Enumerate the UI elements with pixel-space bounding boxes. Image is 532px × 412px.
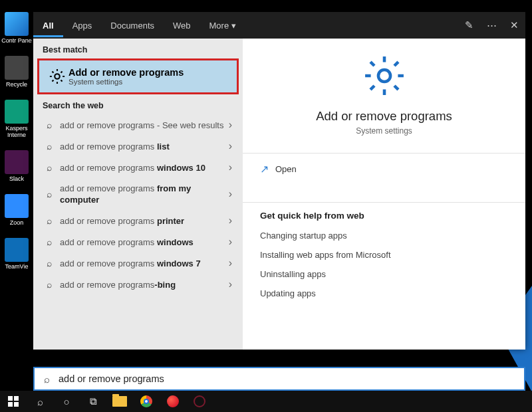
desktop-icon-label: Zoon bbox=[1, 219, 32, 226]
web-result-text: add or remove programs windows bbox=[56, 237, 229, 248]
chrome-icon[interactable] bbox=[133, 391, 160, 412]
results-list: Best match Add or remove programs System… bbox=[33, 39, 243, 350]
tab-apps[interactable]: Apps bbox=[63, 14, 102, 37]
desktop-icon-label: Slack bbox=[1, 175, 32, 182]
svg-point-0 bbox=[55, 74, 59, 78]
opera-icon[interactable] bbox=[160, 391, 186, 412]
taskbar-search-icon[interactable]: ⌕ bbox=[27, 391, 53, 412]
search-icon: ⌕ bbox=[43, 162, 56, 173]
web-result-text: add or remove programs - See web results bbox=[56, 120, 229, 131]
web-result-text: add or remove programs printer bbox=[56, 215, 229, 227]
search-icon: ⌕ bbox=[43, 189, 56, 199]
desktop-icon-teamviewer[interactable]: TeamVie bbox=[1, 238, 32, 270]
chevron-right-icon: › bbox=[229, 236, 239, 248]
web-result-text: add or remove programs from my computer bbox=[56, 183, 229, 205]
desktop-icon-kaspersky[interactable]: Kaspers Interne bbox=[1, 100, 32, 138]
preview-subtitle: System settings bbox=[260, 126, 508, 136]
web-result-item[interactable]: ⌕add or remove programs from my computer… bbox=[33, 178, 243, 210]
chevron-right-icon: › bbox=[229, 215, 239, 227]
result-preview-panel: Add or remove programs System settings ↗… bbox=[243, 39, 525, 350]
chevron-right-icon: › bbox=[229, 257, 239, 269]
opera-gx-icon[interactable] bbox=[186, 391, 213, 412]
search-icon: ⌕ bbox=[43, 141, 56, 152]
desktop-icon-label: Contr Pane bbox=[1, 37, 32, 44]
web-result-text: add or remove programs windows 10 bbox=[56, 162, 229, 173]
desktop-icon-recycle-bin[interactable]: Recycle bbox=[1, 56, 32, 88]
svg-rect-2 bbox=[8, 396, 13, 401]
search-icon: ⌕ bbox=[43, 215, 56, 226]
chevron-right-icon: › bbox=[229, 119, 239, 131]
desktop: Contr Pane Recycle Kaspers Interne Slack… bbox=[0, 0, 33, 392]
web-result-item[interactable]: ⌕add or remove programs list› bbox=[33, 136, 243, 157]
web-result-text: add or remove programs list bbox=[56, 141, 229, 152]
web-result-item[interactable]: ⌕add or remove programs - See web result… bbox=[33, 114, 243, 136]
quick-help-heading: Get quick help from web bbox=[260, 203, 508, 226]
tab-more[interactable]: More ▾ bbox=[200, 14, 245, 37]
best-match-subtitle: System settings bbox=[68, 78, 184, 86]
svg-rect-5 bbox=[14, 402, 19, 407]
preview-title: Add or remove programs bbox=[260, 109, 508, 124]
search-icon: ⌕ bbox=[43, 120, 56, 130]
web-result-text: add or remove programs windows 7 bbox=[56, 258, 229, 269]
search-icon: ⌕ bbox=[43, 258, 56, 268]
search-input[interactable] bbox=[59, 373, 524, 384]
svg-rect-4 bbox=[8, 402, 13, 407]
web-result-item[interactable]: ⌕add or remove programs printer› bbox=[33, 210, 243, 231]
task-view-icon[interactable]: ⧉ bbox=[80, 391, 106, 412]
quick-help-item[interactable]: Uninstalling apps bbox=[260, 264, 508, 284]
open-icon: ↗ bbox=[260, 163, 269, 175]
desktop-icon-label: Recycle bbox=[1, 81, 32, 88]
search-row[interactable]: ⌕ bbox=[33, 367, 525, 391]
desktop-icon-slack[interactable]: Slack bbox=[1, 150, 32, 182]
desktop-icon-control-panel[interactable]: Contr Pane bbox=[1, 12, 32, 44]
svg-point-1 bbox=[378, 70, 390, 82]
desktop-icon-label: TeamVie bbox=[1, 263, 32, 270]
web-result-item[interactable]: ⌕add or remove programs windows 7› bbox=[33, 253, 243, 274]
taskbar: ⌕ ○ ⧉ bbox=[0, 391, 532, 412]
chevron-right-icon: › bbox=[229, 161, 239, 173]
tab-all[interactable]: All bbox=[33, 14, 63, 37]
quick-help-item[interactable]: Changing startup apps bbox=[260, 226, 508, 245]
chevron-down-icon: ▾ bbox=[231, 21, 236, 31]
file-explorer-icon[interactable] bbox=[106, 391, 133, 412]
best-match-heading: Best match bbox=[33, 39, 243, 58]
best-match-result[interactable]: Add or remove programs System settings bbox=[37, 58, 239, 94]
best-match-title: Add or remove programs bbox=[68, 67, 184, 78]
chevron-right-icon: › bbox=[229, 278, 239, 290]
search-web-heading: Search the web bbox=[33, 94, 243, 114]
close-icon[interactable]: ✕ bbox=[503, 19, 525, 31]
desktop-icon-label: Kaspers Interne bbox=[1, 125, 32, 138]
search-icon: ⌕ bbox=[35, 373, 59, 385]
open-label: Open bbox=[275, 164, 297, 174]
web-result-item[interactable]: ⌕add or remove programs-bing› bbox=[33, 274, 243, 295]
gear-icon bbox=[46, 65, 68, 88]
svg-rect-3 bbox=[14, 396, 19, 401]
search-icon: ⌕ bbox=[43, 237, 56, 247]
chevron-right-icon: › bbox=[229, 140, 239, 152]
search-icon: ⌕ bbox=[43, 279, 56, 290]
windows-search-flyout: All Apps Documents Web More ▾ ✎ ⋯ ✕ Best… bbox=[33, 12, 525, 350]
web-result-text: add or remove programs-bing bbox=[56, 279, 229, 290]
web-result-item[interactable]: ⌕add or remove programs windows 10› bbox=[33, 157, 243, 178]
desktop-icon-zoom[interactable]: Zoon bbox=[1, 194, 32, 226]
tab-documents[interactable]: Documents bbox=[101, 14, 164, 37]
cortana-icon[interactable]: ○ bbox=[53, 391, 80, 412]
start-button[interactable] bbox=[0, 391, 27, 412]
quick-help-item[interactable]: Updating apps bbox=[260, 284, 508, 303]
gear-icon bbox=[362, 53, 407, 98]
search-tabs: All Apps Documents Web More ▾ ✎ ⋯ ✕ bbox=[33, 12, 525, 39]
quick-help-item[interactable]: Installing web apps from Microsoft bbox=[260, 245, 508, 264]
feedback-icon[interactable]: ✎ bbox=[458, 19, 480, 31]
web-result-item[interactable]: ⌕add or remove programs windows› bbox=[33, 231, 243, 253]
tab-web[interactable]: Web bbox=[164, 14, 200, 37]
options-icon[interactable]: ⋯ bbox=[480, 19, 503, 31]
open-action[interactable]: ↗ Open bbox=[260, 154, 508, 185]
chevron-right-icon: › bbox=[229, 188, 239, 200]
